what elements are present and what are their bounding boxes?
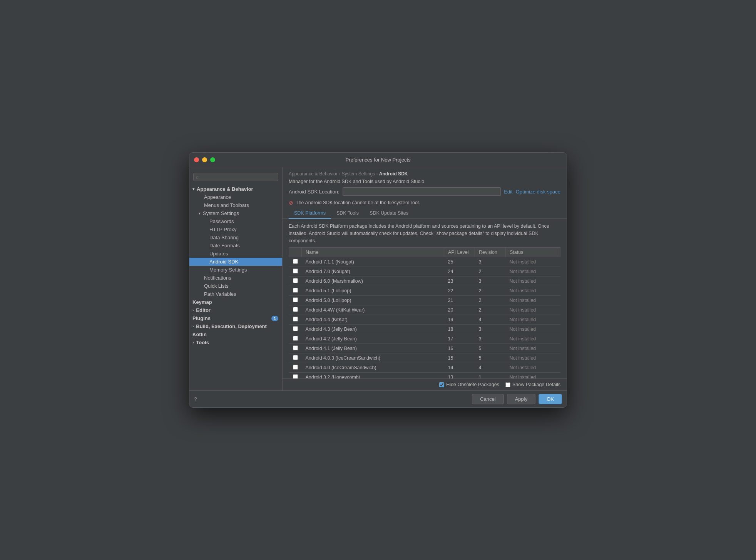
row-status: Not installed bbox=[506, 296, 560, 305]
table-row: Android 3.2 (Honeycomb) 13 1 Not install… bbox=[289, 373, 560, 378]
row-checkbox-cell[interactable] bbox=[289, 305, 302, 315]
sdk-location-input[interactable] bbox=[343, 187, 501, 196]
row-checkbox-12[interactable] bbox=[293, 374, 298, 378]
sidebar-item-passwords[interactable]: Passwords bbox=[189, 217, 282, 225]
row-checkbox-cell[interactable] bbox=[289, 267, 302, 277]
sidebar-item-notifications[interactable]: Notifications bbox=[189, 274, 282, 282]
sidebar-item-menus-toolbars[interactable]: Menus and Toolbars bbox=[189, 201, 282, 209]
row-api: 24 bbox=[444, 267, 475, 277]
sdk-location-row: Android SDK Location: Edit Optimize disk… bbox=[283, 187, 567, 198]
sidebar-item-editor[interactable]: ›Editor bbox=[189, 306, 282, 314]
chevron-icon: ▾ bbox=[199, 211, 201, 215]
sidebar-item-appearance[interactable]: Appearance bbox=[189, 193, 282, 201]
row-status: Not installed bbox=[506, 305, 560, 315]
row-checkbox-cell[interactable] bbox=[289, 277, 302, 286]
row-checkbox-6[interactable] bbox=[293, 317, 298, 322]
row-checkbox-1[interactable] bbox=[293, 268, 298, 273]
row-name: Android 4.2 (Jelly Bean) bbox=[302, 334, 444, 344]
maximize-button[interactable] bbox=[210, 157, 215, 162]
breadcrumb-part-1: System Settings bbox=[341, 171, 375, 177]
row-api: 14 bbox=[444, 363, 475, 373]
minimize-button[interactable] bbox=[202, 157, 207, 162]
sidebar-item-appearance-behavior[interactable]: ▾Appearance & Behavior bbox=[189, 185, 282, 193]
sidebar-item-updates[interactable]: Updates bbox=[189, 250, 282, 258]
chevron-icon: › bbox=[192, 324, 194, 328]
sidebar-item-http-proxy[interactable]: HTTP Proxy bbox=[189, 225, 282, 233]
header-status: Status bbox=[506, 248, 560, 257]
sidebar-item-memory-settings[interactable]: Memory Settings bbox=[189, 266, 282, 274]
hide-obsolete-label[interactable]: Hide Obsolete Packages bbox=[439, 382, 499, 387]
sdk-table[interactable]: Name API Level Revision Status Android 7… bbox=[289, 247, 560, 378]
hide-obsolete-checkbox[interactable] bbox=[439, 382, 444, 387]
sidebar-item-label: Appearance & Behavior bbox=[197, 186, 253, 192]
sidebar-item-build-execution[interactable]: ›Build, Execution, Deployment bbox=[189, 322, 282, 330]
tab-sdk-platforms[interactable]: SDK Platforms bbox=[289, 208, 331, 219]
row-checkbox-cell[interactable] bbox=[289, 315, 302, 325]
optimize-link[interactable]: Optimize disk space bbox=[516, 189, 560, 195]
sidebar-item-tools[interactable]: ›Tools bbox=[189, 338, 282, 347]
row-checkbox-3[interactable] bbox=[293, 288, 298, 293]
row-revision: 1 bbox=[475, 373, 506, 378]
row-checkbox-8[interactable] bbox=[293, 336, 298, 341]
chevron-icon: › bbox=[192, 340, 194, 345]
row-checkbox-7[interactable] bbox=[293, 326, 298, 331]
row-status: Not installed bbox=[506, 325, 560, 334]
row-checkbox-cell[interactable] bbox=[289, 344, 302, 353]
sidebar-item-label: Appearance bbox=[204, 194, 231, 200]
row-checkbox-cell[interactable] bbox=[289, 286, 302, 296]
row-checkbox-cell[interactable] bbox=[289, 363, 302, 373]
row-checkbox-0[interactable] bbox=[293, 259, 298, 264]
help-button[interactable]: ? bbox=[194, 396, 197, 402]
show-package-label[interactable]: Show Package Details bbox=[505, 382, 560, 387]
row-checkbox-cell[interactable] bbox=[289, 353, 302, 363]
row-checkbox-9[interactable] bbox=[293, 345, 298, 350]
sidebar-item-data-sharing[interactable]: Data Sharing bbox=[189, 233, 282, 242]
apply-button[interactable]: Apply bbox=[507, 394, 536, 404]
row-checkbox-cell[interactable] bbox=[289, 257, 302, 267]
sidebar-item-system-settings[interactable]: ▾System Settings bbox=[189, 209, 282, 217]
edit-link[interactable]: Edit bbox=[504, 189, 512, 195]
tab-sdk-update-sites[interactable]: SDK Update Sites bbox=[364, 208, 414, 219]
sidebar-item-label: Updates bbox=[209, 251, 228, 257]
row-checkbox-4[interactable] bbox=[293, 297, 298, 302]
show-package-text: Show Package Details bbox=[512, 382, 560, 387]
sidebar-item-label: Menus and Toolbars bbox=[204, 202, 249, 208]
row-name: Android 4.3 (Jelly Bean) bbox=[302, 325, 444, 334]
row-checkbox-11[interactable] bbox=[293, 365, 298, 370]
sidebar-item-plugins[interactable]: Plugins1 bbox=[189, 314, 282, 322]
breadcrumb-part-2: Android SDK bbox=[379, 171, 408, 177]
search-input[interactable] bbox=[193, 173, 278, 181]
row-api: 18 bbox=[444, 325, 475, 334]
preferences-window: Preferences for New Projects ⌕ ▾Appearan… bbox=[189, 152, 567, 408]
row-revision: 5 bbox=[475, 353, 506, 363]
close-button[interactable] bbox=[194, 157, 199, 162]
row-checkbox-10[interactable] bbox=[293, 355, 298, 360]
sidebar-item-quick-lists[interactable]: Quick Lists bbox=[189, 282, 282, 290]
row-checkbox-cell[interactable] bbox=[289, 373, 302, 378]
row-checkbox-5[interactable] bbox=[293, 307, 298, 312]
sidebar-item-keymap[interactable]: Keymap bbox=[189, 298, 282, 306]
error-message: The Android SDK location cannot be at th… bbox=[296, 200, 420, 205]
ok-button[interactable]: OK bbox=[539, 394, 562, 404]
tab-sdk-tools[interactable]: SDK Tools bbox=[331, 208, 364, 219]
cancel-button[interactable]: Cancel bbox=[472, 394, 503, 404]
breadcrumb: Appearance & Behavior › System Settings … bbox=[283, 167, 567, 179]
sidebar-item-path-variables[interactable]: Path Variables bbox=[189, 290, 282, 298]
row-checkbox-cell[interactable] bbox=[289, 334, 302, 344]
row-revision: 3 bbox=[475, 277, 506, 286]
row-checkbox-2[interactable] bbox=[293, 278, 298, 283]
row-checkbox-cell[interactable] bbox=[289, 296, 302, 305]
main-panel: Appearance & Behavior › System Settings … bbox=[283, 167, 567, 390]
row-checkbox-cell[interactable] bbox=[289, 325, 302, 334]
row-status: Not installed bbox=[506, 353, 560, 363]
row-revision: 4 bbox=[475, 363, 506, 373]
sidebar-item-android-sdk[interactable]: Android SDK bbox=[189, 258, 282, 266]
sidebar-item-label: Keymap bbox=[192, 299, 212, 305]
sidebar-item-label: Path Variables bbox=[204, 291, 236, 297]
show-package-checkbox[interactable] bbox=[505, 382, 510, 387]
table-row: Android 4.3 (Jelly Bean) 18 3 Not instal… bbox=[289, 325, 560, 334]
sidebar-section: ▾Appearance & BehaviorAppearanceMenus an… bbox=[189, 185, 282, 347]
sidebar-item-date-formats[interactable]: Date Formats bbox=[189, 242, 282, 250]
sidebar-item-kotlin[interactable]: Kotlin bbox=[189, 330, 282, 338]
sidebar-item-label: System Settings bbox=[203, 210, 239, 216]
